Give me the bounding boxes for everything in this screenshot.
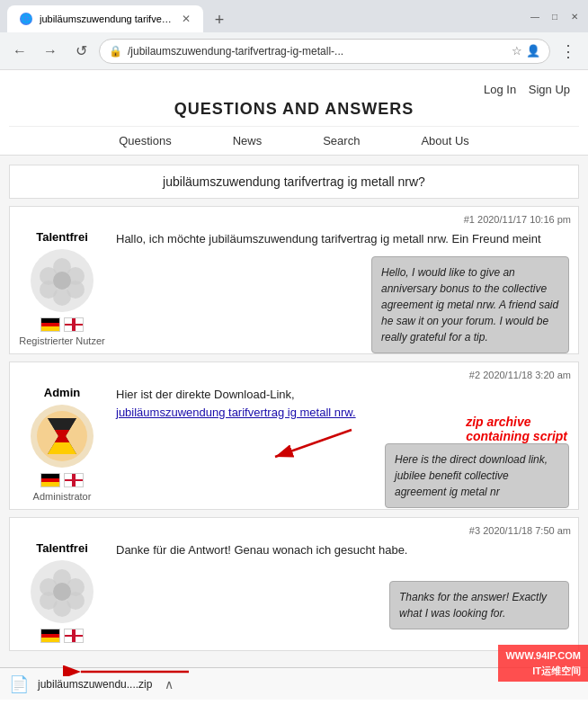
post-2-id: #2: [469, 370, 480, 380]
address-url: /jubilaumszuwendung-tarifvertrag-ig-meta…: [128, 45, 506, 58]
nav-news[interactable]: News: [229, 132, 266, 149]
flag-uk-icon: [64, 317, 84, 332]
svg-point-21: [53, 583, 71, 601]
post-3-username: Talentfrei: [17, 541, 107, 555]
site-header: Log In Sign Up QUESTIONS AND ANSWERS Que…: [0, 70, 588, 156]
post-3-avatar: [31, 560, 94, 623]
post-2-link[interactable]: jubiläumszuwendung tarifvertrag ig metal…: [116, 406, 356, 419]
download-chevron-icon[interactable]: ∧: [165, 677, 174, 692]
browser-titlebar: 🌐 jubiläumszuwendung tarifvertrag... ✕ +…: [0, 0, 588, 32]
post-3-flags: [17, 629, 107, 643]
post-2-username: Admin: [17, 386, 107, 399]
post-1: #1 2020/11/17 10:16 pm Talentfrei: [9, 206, 579, 354]
window-controls: — □ ✕: [529, 10, 581, 22]
forward-button[interactable]: →: [38, 39, 63, 64]
post-2: #2 2020/11/18 3:20 am Admin: [9, 361, 579, 510]
post-3-datetime: 2020/11/18 7:50 am: [483, 525, 571, 536]
post-1-username: Talentfrei: [17, 230, 107, 244]
post-1-flags: [17, 317, 107, 332]
download-file-icon: 📄: [9, 674, 29, 694]
post-1-datetime: 2020/11/17 10:16 pm: [477, 214, 571, 225]
login-link[interactable]: Log In: [484, 83, 516, 96]
address-bar[interactable]: 🔒 /jubilaumszuwendung-tarifvertrag-ig-me…: [99, 39, 550, 64]
post-2-translation: Here is the direct download link, jubile…: [385, 443, 569, 508]
watermark-line2: IT运维空间: [505, 664, 581, 679]
post-3-text-de: Danke für die Antwort! Genau wonach ich …: [116, 543, 407, 557]
post-3-id: #3: [469, 525, 480, 536]
flag-de-icon: [40, 473, 60, 487]
download-bar: 📄 jubiläumszuwendu....zip ∧ WWW.94IP.COM…: [0, 667, 588, 700]
site-title: QUESTIONS AND ANSWERS: [9, 100, 579, 119]
post-3-translation: Thanks for the answer! Exactly what I wa…: [389, 581, 569, 629]
active-tab[interactable]: 🌐 jubiläumszuwendung tarifvertrag... ✕: [7, 5, 203, 32]
svg-point-6: [53, 272, 71, 290]
tab-close-icon[interactable]: ✕: [182, 13, 191, 25]
address-bar-container: ← → ↺ 🔒 /jubilaumszuwendung-tarifvertrag…: [0, 32, 588, 70]
auth-links: Log In Sign Up: [9, 83, 579, 96]
site-wrapper: Log In Sign Up QUESTIONS AND ANSWERS Que…: [0, 70, 588, 667]
page-content: jubiläumszuwendung tarifvertrag ig metal…: [0, 156, 588, 667]
account-icon[interactable]: 👤: [526, 44, 540, 58]
post-1-role: Registrierter Nutzer: [17, 335, 107, 346]
watermark-line1: WWW.94IP.COM: [505, 648, 581, 664]
tab-favicon-icon: 🌐: [20, 13, 32, 25]
tab-area: 🌐 jubiläumszuwendung tarifvertrag... ✕ +: [7, 0, 232, 32]
new-tab-button[interactable]: +: [207, 7, 232, 32]
refresh-button[interactable]: ↺: [68, 39, 94, 64]
bookmark-icon[interactable]: ☆: [512, 44, 522, 58]
post-2-user: Admin: [17, 386, 107, 502]
post-1-text-de: Hallo, ich möchte jubiläumszuwendung tar…: [116, 232, 541, 245]
post-3-meta: #3 2020/11/18 7:50 am: [17, 525, 571, 536]
post-1-translation: Hello, I would like to give an anniversa…: [371, 256, 569, 353]
tab-title: jubiläumszuwendung tarifvertrag...: [40, 13, 174, 24]
signup-link[interactable]: Sign Up: [529, 83, 570, 96]
post-1-id: #1: [464, 214, 475, 225]
post-3-user: Talentfrei: [17, 541, 107, 643]
post-1-user: Talentfrei: [17, 230, 107, 346]
watermark: WWW.94IP.COM IT运维空间: [498, 645, 588, 682]
post-1-meta: #1 2020/11/17 10:16 pm: [17, 214, 571, 225]
flag-de-icon: [40, 629, 60, 643]
nav-about[interactable]: About Us: [417, 132, 472, 149]
lock-icon: 🔒: [109, 45, 122, 58]
flag-de-icon: [40, 317, 60, 332]
back-button[interactable]: ←: [7, 39, 32, 64]
annotation-label-2: zip archivecontaining script: [466, 415, 567, 443]
flag-uk-icon: [64, 629, 84, 643]
post-1-avatar: [31, 249, 94, 312]
nav-menu: Questions News Search About Us: [9, 126, 579, 155]
minimize-button[interactable]: —: [529, 10, 541, 22]
nav-questions[interactable]: Questions: [115, 132, 175, 149]
post-2-avatar: [31, 405, 94, 468]
question-title: jubiläumszuwendung tarifvertrag ig metal…: [9, 165, 579, 199]
post-3: #3 2020/11/18 7:50 am Talentfrei: [9, 517, 579, 651]
flag-uk-icon: [64, 473, 84, 487]
browser-menu-button[interactable]: ⋮: [556, 39, 581, 64]
post-2-text-de: Hier ist der direkte Download-Link,: [116, 388, 295, 401]
download-filename: jubiläumszuwendu....zip: [38, 678, 152, 691]
post-2-role: Administrator: [17, 491, 107, 502]
maximize-button[interactable]: □: [548, 10, 561, 22]
address-bar-actions: ☆ 👤: [512, 44, 540, 58]
nav-search[interactable]: Search: [319, 132, 363, 149]
post-2-flags: [17, 473, 107, 487]
post-2-meta: #2 2020/11/18 3:20 am: [17, 370, 571, 380]
post-2-datetime: 2020/11/18 3:20 am: [483, 370, 571, 380]
close-button[interactable]: ✕: [568, 10, 581, 22]
